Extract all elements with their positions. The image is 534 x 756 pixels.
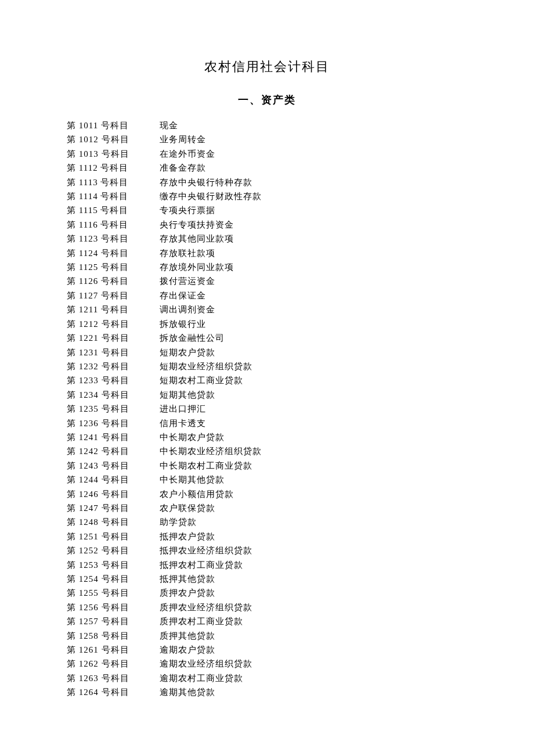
- account-row: 第 1012 号科目业务周转金: [67, 132, 467, 146]
- account-name: 缴存中央银行财政性存款: [160, 189, 262, 203]
- account-code: 第 1011 号科目: [67, 118, 160, 132]
- account-code: 第 1125 号科目: [67, 260, 160, 274]
- account-row: 第 1112 号科目准备金存款: [67, 161, 467, 175]
- account-name: 存放其他同业款项: [160, 232, 234, 246]
- account-name: 中长期农村工商业贷款: [160, 459, 252, 473]
- account-code: 第 1263 号科目: [67, 671, 160, 685]
- account-row: 第 1261 号科目逾期农户贷款: [67, 643, 467, 657]
- account-row: 第 1243 号科目中长期农村工商业贷款: [67, 459, 467, 473]
- account-row: 第 1248 号科目助学贷款: [67, 515, 467, 529]
- account-name: 业务周转金: [160, 132, 206, 146]
- account-name: 质押农户贷款: [160, 586, 215, 600]
- section-heading: 一、资产类: [67, 93, 467, 107]
- account-row: 第 1126 号科目拨付营运资金: [67, 274, 467, 288]
- account-name: 短期农户贷款: [160, 345, 215, 359]
- account-code: 第 1253 号科目: [67, 558, 160, 572]
- account-row: 第 1263 号科目逾期农村工商业贷款: [67, 671, 467, 685]
- document-title: 农村信用社会计科目: [67, 58, 467, 75]
- account-code: 第 1261 号科目: [67, 643, 160, 657]
- account-row: 第 1013 号科目在途外币资金: [67, 147, 467, 161]
- account-code: 第 1244 号科目: [67, 473, 160, 487]
- account-code: 第 1255 号科目: [67, 586, 160, 600]
- account-row: 第 1236 号科目信用卡透支: [67, 416, 467, 430]
- account-name: 中长期农业经济组织贷款: [160, 444, 262, 458]
- account-code: 第 1126 号科目: [67, 274, 160, 288]
- account-name: 存放联社款项: [160, 246, 215, 260]
- account-name: 抵押其他贷款: [160, 572, 215, 586]
- account-code: 第 1236 号科目: [67, 416, 160, 430]
- account-name: 短期农村工商业贷款: [160, 373, 243, 387]
- account-name: 拆放金融性公司: [160, 331, 225, 345]
- account-row: 第 1255 号科目质押农户贷款: [67, 586, 467, 600]
- account-name: 逾期农户贷款: [160, 643, 215, 657]
- account-code: 第 1258 号科目: [67, 629, 160, 643]
- account-name: 助学贷款: [160, 515, 197, 529]
- account-row: 第 1113 号科目存放中央银行特种存款: [67, 175, 467, 189]
- account-row: 第 1231 号科目短期农户贷款: [67, 345, 467, 359]
- account-name: 农户联保贷款: [160, 501, 215, 515]
- account-row: 第 1247 号科目农户联保贷款: [67, 501, 467, 515]
- account-code: 第 1243 号科目: [67, 459, 160, 473]
- account-row: 第 1234 号科目短期其他贷款: [67, 388, 467, 402]
- account-row: 第 1233 号科目短期农村工商业贷款: [67, 373, 467, 387]
- account-code: 第 1124 号科目: [67, 246, 160, 260]
- account-name: 进出口押汇: [160, 402, 206, 416]
- account-name: 逾期农村工商业贷款: [160, 671, 243, 685]
- account-code: 第 1264 号科目: [67, 685, 160, 699]
- account-name: 农户小额信用贷款: [160, 487, 234, 501]
- account-code: 第 1252 号科目: [67, 543, 160, 557]
- account-row: 第 1258 号科目质押其他贷款: [67, 629, 467, 643]
- account-row: 第 1251 号科目抵押农户贷款: [67, 530, 467, 543]
- account-code: 第 1231 号科目: [67, 345, 160, 359]
- account-name: 央行专项扶持资金: [160, 218, 234, 232]
- account-code: 第 1012 号科目: [67, 132, 160, 146]
- account-row: 第 1124 号科目存放联社款项: [67, 246, 467, 260]
- account-name: 逾期农业经济组织贷款: [160, 657, 252, 671]
- account-row: 第 1116 号科目央行专项扶持资金: [67, 218, 467, 232]
- account-code: 第 1254 号科目: [67, 572, 160, 586]
- account-code: 第 1242 号科目: [67, 444, 160, 458]
- account-name: 调出调剂资金: [160, 303, 215, 316]
- account-name: 在途外币资金: [160, 147, 215, 161]
- account-name: 中长期农户贷款: [160, 430, 225, 444]
- account-code: 第 1013 号科目: [67, 147, 160, 161]
- account-name: 准备金存款: [160, 161, 206, 175]
- account-code: 第 1127 号科目: [67, 289, 160, 303]
- account-name: 拨付营运资金: [160, 274, 215, 288]
- account-row: 第 1252 号科目抵押农业经济组织贷款: [67, 543, 467, 557]
- account-row: 第 1242 号科目中长期农业经济组织贷款: [67, 444, 467, 458]
- account-row: 第 1127 号科目存出保证金: [67, 289, 467, 303]
- account-row: 第 1262 号科目逾期农业经济组织贷款: [67, 657, 467, 671]
- account-code: 第 1246 号科目: [67, 487, 160, 501]
- account-name: 现金: [160, 118, 178, 132]
- account-row: 第 1211 号科目调出调剂资金: [67, 303, 467, 316]
- account-code: 第 1248 号科目: [67, 515, 160, 529]
- account-code: 第 1115 号科目: [67, 203, 160, 217]
- account-row: 第 1125 号科目存放境外同业款项: [67, 260, 467, 274]
- account-name: 信用卡透支: [160, 416, 206, 430]
- account-row: 第 1257 号科目质押农村工商业贷款: [67, 614, 467, 628]
- account-row: 第 1244 号科目中长期其他贷款: [67, 473, 467, 487]
- account-code: 第 1251 号科目: [67, 530, 160, 543]
- account-code: 第 1247 号科目: [67, 501, 160, 515]
- account-name: 专项央行票据: [160, 203, 215, 217]
- account-row: 第 1254 号科目抵押其他贷款: [67, 572, 467, 586]
- account-name: 存出保证金: [160, 289, 206, 303]
- account-code: 第 1116 号科目: [67, 218, 160, 232]
- account-name: 质押其他贷款: [160, 629, 215, 643]
- account-code: 第 1221 号科目: [67, 331, 160, 345]
- account-code: 第 1233 号科目: [67, 373, 160, 387]
- account-code: 第 1211 号科目: [67, 303, 160, 316]
- account-name: 短期农业经济组织贷款: [160, 359, 252, 373]
- account-name: 质押农业经济组织贷款: [160, 600, 252, 614]
- account-code: 第 1114 号科目: [67, 189, 160, 203]
- account-code: 第 1257 号科目: [67, 614, 160, 628]
- account-name: 中长期其他贷款: [160, 473, 225, 487]
- account-code: 第 1123 号科目: [67, 232, 160, 246]
- account-row: 第 1253 号科目抵押农村工商业贷款: [67, 558, 467, 572]
- account-row: 第 1123 号科目存放其他同业款项: [67, 232, 467, 246]
- account-code: 第 1112 号科目: [67, 161, 160, 175]
- account-row: 第 1232 号科目短期农业经济组织贷款: [67, 359, 467, 373]
- account-row: 第 1114 号科目缴存中央银行财政性存款: [67, 189, 467, 203]
- account-row: 第 1115 号科目专项央行票据: [67, 203, 467, 217]
